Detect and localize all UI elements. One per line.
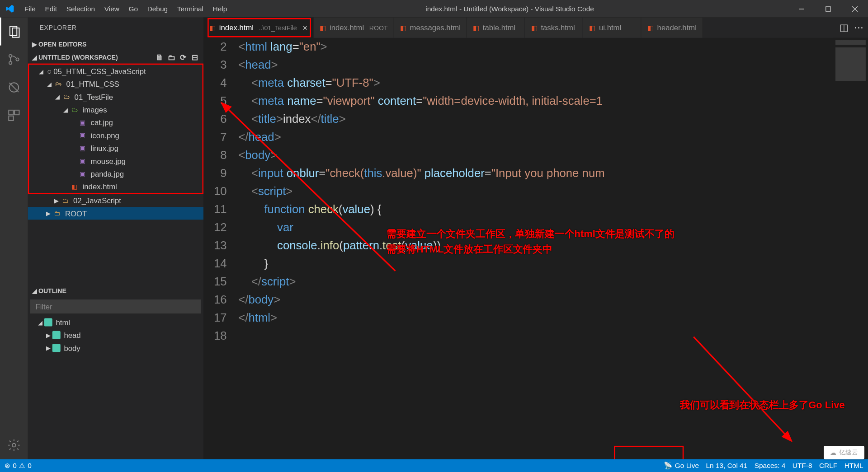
tree-file[interactable]: ▣linux.jpg (29, 142, 202, 154)
editor-tab[interactable]: ◧table.html (467, 18, 525, 38)
html-file-icon: ◧ (647, 23, 654, 32)
tab-close-icon[interactable]: × (303, 23, 308, 33)
folder-open-icon: 🗁 (53, 79, 63, 89)
line-gutter: 23456789101112131415161718 (203, 38, 238, 459)
minimize-button[interactable] (788, 0, 815, 18)
new-file-icon[interactable]: 🗎 (155, 52, 165, 62)
status-go-live[interactable]: 📡 Go Live (664, 462, 699, 470)
explorer-activity-icon[interactable] (0, 18, 28, 46)
collapse-icon[interactable]: ⊟ (189, 52, 200, 62)
workspace-header[interactable]: ◢ UNTITLED (WORKSPACE) 🗎 🗀 ⟳ ⊟ (28, 51, 203, 63)
tree-label: mouse.jpg (91, 156, 126, 165)
tree-folder-root[interactable]: ◢○05_HTML_CSS_JavaScript (29, 65, 202, 77)
tree-label: panda.jpg (91, 169, 124, 178)
menu-selection[interactable]: Selection (61, 0, 99, 18)
close-button[interactable] (841, 0, 868, 18)
status-errors[interactable]: ⊗ 0 ⚠ 0 (5, 462, 32, 470)
tree-label: icon.png (91, 131, 119, 140)
outline-label: body (64, 344, 80, 352)
tab-title: ui.html (599, 23, 621, 32)
svg-point-6 (9, 55, 12, 57)
symbol-icon (52, 344, 61, 352)
outline-filter-input[interactable]: Filter (30, 299, 201, 313)
outline-item[interactable]: ◢html (28, 316, 203, 328)
watermark: ☁ 亿速云 (824, 446, 864, 459)
tree-folder[interactable]: ◢🗁images (29, 103, 202, 116)
tree-folder[interactable]: ◢🗁01_TestFile (29, 90, 202, 103)
tree-label: images (83, 105, 107, 114)
svg-point-7 (9, 61, 12, 64)
tree-folder[interactable]: ▶🗀02_JavaScript (28, 194, 203, 207)
status-language[interactable]: HTML (844, 462, 863, 470)
status-eol[interactable]: CRLF (819, 462, 837, 470)
editor-tab[interactable]: ◧header.html (642, 18, 703, 38)
open-editors-label: OPEN EDITORS (38, 41, 87, 47)
outline-item[interactable]: ▶head (28, 329, 203, 341)
status-encoding[interactable]: UTF-8 (793, 462, 812, 470)
vscode-logo-icon (0, 4, 20, 14)
outline-label: html (56, 318, 70, 327)
status-cursor-pos[interactable]: Ln 13, Col 41 (706, 462, 747, 470)
tree-file[interactable]: ▣icon.png (29, 129, 202, 141)
tree-label: cat.jpg (91, 118, 113, 126)
editor-tab[interactable]: ◧messages.html (394, 18, 467, 38)
menu-help[interactable]: Help (208, 0, 231, 18)
more-actions-icon[interactable]: ⋯ (854, 22, 863, 33)
tree-file[interactable]: ▣panda.jpg (29, 167, 202, 180)
tree-folder[interactable]: ◢🗁01_HTML_CSS (29, 78, 202, 90)
new-folder-icon[interactable]: 🗀 (166, 52, 177, 62)
tree-file[interactable]: ▣cat.jpg (29, 116, 202, 129)
html-file-icon: ◧ (473, 23, 479, 32)
extensions-activity-icon[interactable] (0, 101, 28, 129)
file-tree-highlighted: ◢○05_HTML_CSS_JavaScript ◢🗁01_HTML_CSS ◢… (28, 64, 203, 194)
maximize-button[interactable] (815, 0, 841, 18)
tree-label: 05_HTML_CSS_JavaScript (53, 67, 146, 75)
menu-debug[interactable]: Debug (142, 0, 172, 18)
tree-label: ROOT (65, 209, 87, 218)
open-editors-section[interactable]: ▶OPEN EDITORS (28, 38, 203, 51)
tree-label: 02_JavaScript (73, 196, 121, 205)
outline-label: OUTLINE (38, 287, 66, 294)
settings-gear-icon[interactable] (0, 431, 28, 459)
editor-tab[interactable]: ◧index.htmlROOT (314, 18, 394, 38)
folder-images-icon: 🗁 (70, 105, 79, 114)
svg-point-8 (16, 58, 19, 61)
menu-edit[interactable]: Edit (40, 0, 61, 18)
folder-icon: 🗀 (61, 196, 70, 205)
annotation-text-2: 我们可以看到在状态栏上多了Go Live (680, 398, 844, 413)
outline-label: head (64, 331, 80, 339)
tree-file-index[interactable]: ◧index.html (29, 180, 202, 193)
menu-bar: FileEditSelectionViewGoDebugTerminalHelp (20, 0, 232, 18)
tab-title: table.html (483, 23, 515, 32)
editor-tab[interactable]: ◧ui.html (583, 18, 642, 38)
status-indent[interactable]: Spaces: 4 (755, 462, 786, 470)
outline-section[interactable]: ◢OUTLINE (28, 285, 203, 297)
scm-activity-icon[interactable] (0, 46, 28, 74)
tree-file[interactable]: ▣mouse.jpg (29, 154, 202, 167)
filter-placeholder: Filter (35, 302, 52, 311)
tree-label: index.html (83, 182, 117, 191)
debug-activity-icon[interactable] (0, 74, 28, 102)
editor-area: ◧index.html..\01_TestFile×◧index.htmlROO… (203, 18, 868, 459)
refresh-icon[interactable]: ⟳ (178, 52, 189, 62)
html-file-icon: ◧ (320, 23, 326, 32)
svg-rect-11 (9, 110, 13, 115)
minimap[interactable] (833, 38, 868, 459)
image-file-icon: ▣ (78, 118, 87, 127)
split-editor-icon[interactable]: ◫ (840, 22, 848, 33)
tab-title: index.html (330, 23, 364, 32)
tree-folder-root-selected[interactable]: ▶🗀ROOT (28, 207, 203, 220)
symbol-icon (44, 318, 52, 326)
menu-view[interactable]: View (99, 0, 124, 18)
html-file-icon: ◧ (70, 182, 79, 192)
html-file-icon: ◧ (400, 23, 406, 32)
tree-label: 01_HTML_CSS (66, 79, 119, 88)
menu-terminal[interactable]: Terminal (172, 0, 208, 18)
editor-tab[interactable]: ◧index.html..\01_TestFile× (203, 18, 314, 38)
tab-title: tasks.html (541, 23, 575, 32)
symbol-icon (52, 331, 61, 339)
editor-tab[interactable]: ◧tasks.html (525, 18, 584, 38)
menu-go[interactable]: Go (124, 0, 142, 18)
menu-file[interactable]: File (20, 0, 40, 18)
outline-item[interactable]: ▶body (28, 341, 203, 354)
